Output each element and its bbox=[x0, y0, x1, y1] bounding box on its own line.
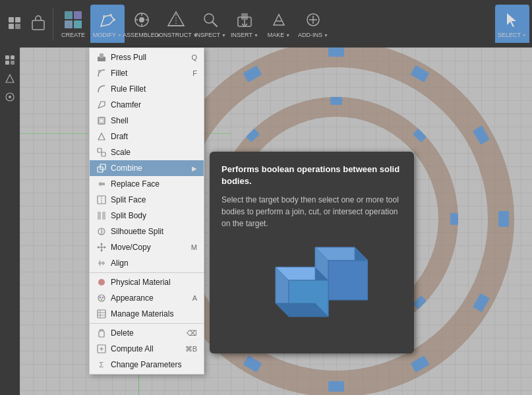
draft-label: Draft bbox=[111, 132, 197, 141]
menu-item-delete[interactable]: Delete ⌫ bbox=[90, 325, 204, 341]
menu-item-press-pull[interactable]: Press Pull Q bbox=[90, 49, 204, 65]
compute-all-shortcut: ⌘B bbox=[185, 345, 197, 353]
modify-icon bbox=[97, 9, 118, 30]
select-caret: ▼ bbox=[522, 33, 527, 38]
manage-materials-label: Manage Materials bbox=[111, 309, 197, 319]
menu-item-rule-fillet[interactable]: Rule Fillet bbox=[90, 81, 204, 97]
toolbar-assemble-btn[interactable]: ASSEMBLE ▼ bbox=[125, 5, 159, 43]
construct-icon bbox=[165, 9, 187, 30]
insert-caret: ▼ bbox=[254, 33, 258, 38]
compute-all-icon bbox=[96, 344, 107, 354]
menu-item-draft[interactable]: Draft bbox=[90, 129, 204, 144]
toolbar-addins-btn[interactable]: ADD-INS ▼ bbox=[296, 5, 330, 43]
toolbar-create-btn[interactable]: CREATE bbox=[56, 5, 90, 43]
svg-rect-30 bbox=[5, 55, 9, 59]
split-body-icon bbox=[96, 210, 107, 221]
svg-rect-63 bbox=[100, 119, 103, 123]
sidebar-icon-3[interactable] bbox=[3, 90, 17, 104]
addins-icon bbox=[303, 9, 324, 30]
select-icon bbox=[502, 9, 523, 30]
svg-point-87 bbox=[102, 297, 104, 299]
menu-item-physical-material[interactable]: Physical Material bbox=[90, 274, 204, 290]
sidebar-icon-1[interactable] bbox=[3, 53, 17, 67]
press-pull-label: Press Pull bbox=[111, 53, 189, 62]
toolbar-insert-btn[interactable]: INSERT ▼ bbox=[227, 5, 262, 43]
menu-item-split-face[interactable]: Split Face bbox=[90, 192, 204, 208]
toolbar-modify-btn[interactable]: MODIFY ▼ bbox=[90, 5, 125, 43]
sidebar-icon-2[interactable] bbox=[3, 71, 17, 86]
menu-item-manage-materials[interactable]: Manage Materials bbox=[90, 306, 204, 322]
svg-point-10 bbox=[109, 14, 112, 16]
svg-point-11 bbox=[113, 18, 115, 21]
modify-caret: ▼ bbox=[117, 33, 122, 38]
toolbar-inspect-btn[interactable]: INSPECT ▼ bbox=[193, 5, 227, 43]
delete-label: Delete bbox=[111, 328, 184, 338]
svg-rect-89 bbox=[98, 310, 105, 318]
change-parameters-icon: Σ bbox=[96, 359, 107, 370]
toolbar-small-btn-2[interactable] bbox=[26, 5, 50, 43]
insert-label: INSERT bbox=[231, 32, 252, 38]
svg-rect-32 bbox=[5, 61, 9, 65]
rule-fillet-label: Rule Fillet bbox=[111, 84, 197, 94]
menu-item-replace-face[interactable]: Replace Face bbox=[90, 176, 204, 192]
svg-rect-65 bbox=[98, 148, 102, 152]
inspect-label: INSPECT bbox=[194, 32, 220, 38]
silhouette-split-icon bbox=[96, 226, 107, 237]
press-pull-shortcut: Q bbox=[191, 53, 197, 61]
split-face-label: Split Face bbox=[111, 195, 197, 204]
svg-marker-77 bbox=[100, 243, 103, 245]
modify-dropdown-menu: Press Pull Q Fillet F Rule Fillet Chamfe… bbox=[89, 47, 204, 375]
delete-icon bbox=[96, 328, 107, 338]
menu-item-shell[interactable]: Shell bbox=[90, 113, 204, 129]
menu-item-silhouette-split[interactable]: Silhouette Split bbox=[90, 224, 204, 239]
toolbar-construct-btn[interactable]: CONSTRUCT ▼ bbox=[159, 5, 193, 43]
appearance-label: Appearance bbox=[111, 293, 190, 303]
menu-item-chamfer[interactable]: Chamfer bbox=[90, 97, 204, 113]
menu-item-fillet[interactable]: Fillet F bbox=[90, 65, 204, 81]
menu-item-align[interactable]: Align bbox=[90, 255, 204, 271]
toolbar-icon-1 bbox=[4, 13, 25, 34]
svg-point-35 bbox=[9, 96, 11, 98]
menu-item-appearance[interactable]: Appearance A bbox=[90, 290, 204, 306]
toolbar-small-btn-1[interactable] bbox=[3, 5, 26, 43]
svg-point-9 bbox=[103, 15, 105, 18]
split-face-icon bbox=[96, 195, 107, 205]
combine-submenu-arrow: ▶ bbox=[192, 165, 197, 172]
insert-icon bbox=[234, 9, 255, 30]
inspect-caret: ▼ bbox=[222, 33, 226, 38]
toolbar-make-btn[interactable]: MAKE ▼ bbox=[262, 5, 296, 43]
combine-icon bbox=[96, 163, 107, 173]
assemble-icon bbox=[131, 9, 152, 30]
svg-marker-80 bbox=[104, 246, 106, 249]
svg-rect-51 bbox=[330, 97, 342, 105]
make-caret: ▼ bbox=[285, 33, 290, 38]
menu-item-change-parameters[interactable]: Σ Change Parameters bbox=[90, 357, 204, 373]
svg-rect-6 bbox=[74, 11, 82, 19]
menu-item-scale[interactable]: Scale bbox=[90, 144, 204, 160]
modify-label: MODIFY bbox=[93, 32, 116, 38]
make-label: MAKE bbox=[268, 32, 285, 38]
shell-icon bbox=[96, 115, 107, 126]
svg-marker-103 bbox=[328, 260, 368, 300]
inspect-icon bbox=[200, 9, 221, 30]
tooltip-title: Performs boolean operations between soli… bbox=[222, 164, 402, 187]
svg-rect-31 bbox=[11, 55, 15, 59]
svg-marker-79 bbox=[97, 246, 99, 249]
toolbar-select-btn[interactable]: SELECT ▼ bbox=[495, 5, 529, 43]
menu-item-combine[interactable]: Combine ▶ bbox=[90, 160, 204, 176]
tooltip-description: Select the target body then select one o… bbox=[222, 194, 402, 229]
toolbar-icon-2 bbox=[28, 13, 49, 34]
menu-item-move-copy[interactable]: Move/Copy M bbox=[90, 239, 204, 255]
addins-label: ADD-INS bbox=[298, 32, 322, 38]
toolbar: CREATE MODIFY ▼ bbox=[0, 0, 532, 47]
menu-item-compute-all[interactable]: Compute All ⌘B bbox=[90, 341, 204, 357]
svg-rect-42 bbox=[498, 211, 509, 227]
menu-item-split-body[interactable]: Split Body bbox=[90, 208, 204, 224]
scale-icon bbox=[96, 147, 107, 158]
rule-fillet-icon bbox=[96, 84, 107, 94]
svg-rect-8 bbox=[74, 20, 82, 28]
svg-marker-78 bbox=[100, 250, 103, 252]
align-icon bbox=[96, 258, 107, 268]
silhouette-split-label: Silhouette Split bbox=[111, 227, 197, 236]
svg-rect-24 bbox=[241, 13, 248, 20]
